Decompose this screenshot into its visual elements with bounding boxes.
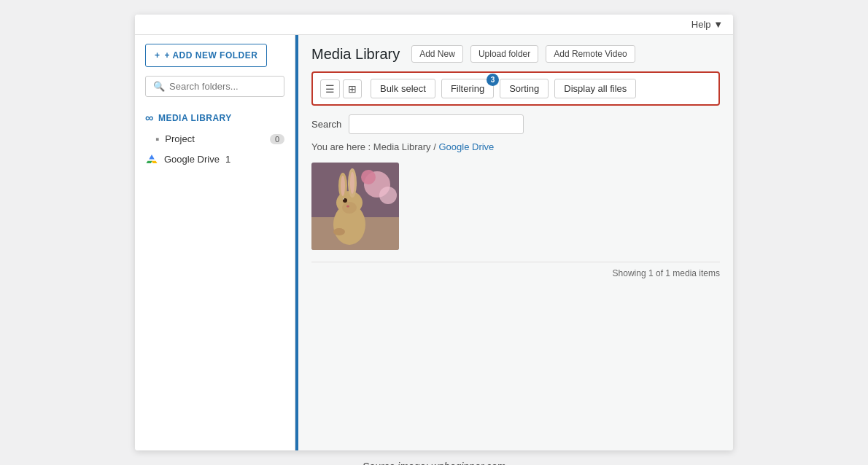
search-bar: Search — [311, 114, 720, 134]
sidebar: + + ADD NEW FOLDER 🔍 ∞ MEDIA LIBRARY ▪ P… — [135, 35, 295, 450]
search-label: Search — [311, 119, 341, 130]
rabbit-image — [311, 163, 399, 250]
search-folders-input[interactable] — [169, 81, 276, 92]
media-grid — [311, 163, 720, 250]
svg-point-10 — [350, 172, 354, 194]
svg-point-13 — [343, 198, 344, 200]
breadcrumb-prefix: You are here — [311, 141, 365, 152]
media-library-icon: ∞ — [145, 112, 154, 125]
add-folder-button[interactable]: + + ADD NEW FOLDER — [145, 44, 267, 67]
media-library-label: MEDIA LIBRARY — [158, 113, 232, 123]
top-bar: Help ▼ — [135, 15, 733, 35]
breadcrumb: You are here : Media Library / Google Dr… — [311, 141, 720, 152]
add-folder-label: + ADD NEW FOLDER — [165, 50, 258, 60]
content-header: Media Library Add New Upload folder Add … — [311, 45, 720, 63]
sidebar-item-google-drive[interactable]: Google Drive 1 — [135, 149, 295, 169]
filtering-label: Filtering — [451, 83, 484, 94]
svg-point-3 — [379, 187, 397, 204]
toolbar: ☰ ⊞ Bulk select Filtering 3 Sorting Disp… — [311, 71, 720, 106]
add-new-button[interactable]: Add New — [411, 45, 463, 63]
media-item[interactable] — [311, 163, 399, 250]
project-badge: 0 — [270, 134, 284, 144]
project-label: Project — [165, 133, 194, 144]
google-drive-badge: 1 — [225, 154, 230, 165]
svg-point-8 — [341, 176, 345, 196]
display-all-files-button[interactable]: Display all files — [554, 79, 636, 98]
folder-icon: ▪ — [155, 133, 159, 145]
svg-point-15 — [333, 228, 345, 235]
help-button[interactable]: Help ▼ — [691, 19, 723, 30]
search-folders-container: 🔍 — [145, 76, 284, 97]
breadcrumb-media-library: Media Library — [373, 141, 431, 152]
status-bar: Showing 1 of 1 media items — [311, 262, 720, 278]
status-text: Showing 1 of 1 media items — [613, 268, 720, 278]
svg-point-4 — [361, 170, 376, 184]
page-title: Media Library — [311, 46, 400, 63]
svg-point-11 — [342, 202, 357, 214]
filtering-button[interactable]: Filtering 3 — [441, 79, 494, 98]
breadcrumb-separator: : — [368, 141, 373, 152]
plus-icon: + — [155, 50, 160, 60]
search-input[interactable] — [349, 114, 524, 134]
sidebar-item-project[interactable]: ▪ Project 0 — [135, 129, 295, 149]
filtering-badge: 3 — [487, 74, 499, 86]
add-remote-video-button[interactable]: Add Remote Video — [546, 45, 635, 63]
google-drive-icon — [145, 152, 158, 165]
svg-point-14 — [346, 206, 349, 208]
upload-folder-button[interactable]: Upload folder — [470, 45, 538, 63]
view-icons: ☰ ⊞ — [320, 79, 362, 98]
bulk-select-button[interactable]: Bulk select — [371, 79, 435, 98]
google-drive-label: Google Drive — [164, 154, 220, 165]
grid-view-button[interactable]: ⊞ — [343, 79, 362, 98]
media-library-section: ∞ MEDIA LIBRARY — [135, 109, 295, 129]
list-view-button[interactable]: ☰ — [320, 79, 340, 98]
sorting-button[interactable]: Sorting — [500, 79, 549, 98]
breadcrumb-google-drive-link[interactable]: Google Drive — [438, 141, 494, 152]
search-icon: 🔍 — [153, 81, 165, 92]
source-caption: Source image: wpbeginner.com — [363, 461, 505, 465]
content-area: Media Library Add New Upload folder Add … — [298, 35, 733, 450]
